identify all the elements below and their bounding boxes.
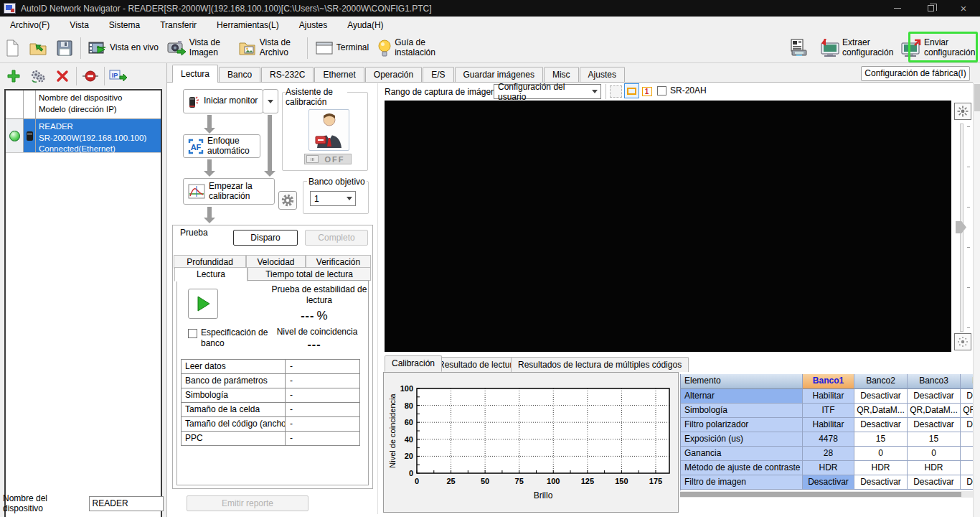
- complete-button[interactable]: Completo: [305, 230, 368, 246]
- cell[interactable]: 28: [803, 447, 854, 461]
- column-header-banco1[interactable]: Banco1: [803, 374, 854, 389]
- cell[interactable]: Habilitar: [803, 389, 854, 404]
- column-header-banco3[interactable]: Banco3: [908, 374, 961, 389]
- cell[interactable]: 0: [961, 447, 973, 461]
- cell[interactable]: Desactivar: [854, 418, 908, 432]
- bank-spec-checkbox[interactable]: [188, 329, 197, 338]
- tab-ethernet[interactable]: Ethernet: [314, 67, 364, 83]
- tab-lectura[interactable]: Lectura: [172, 65, 218, 83]
- cell[interactable]: HDR: [961, 461, 973, 475]
- live-image-area[interactable]: [385, 101, 951, 352]
- horizontal-scrollbar[interactable]: [680, 491, 973, 498]
- cell[interactable]: HDR: [803, 461, 854, 475]
- menu-item-vista[interactable]: Vista: [60, 17, 98, 33]
- target-bank-select[interactable]: 1: [310, 191, 356, 206]
- column-header-banco4[interactable]: Banco4: [961, 374, 973, 389]
- cell[interactable]: 15: [854, 432, 908, 447]
- restore-button[interactable]: [914, 0, 947, 17]
- vertical-scrollbar[interactable]: [973, 83, 980, 517]
- tab-tiempo-total[interactable]: Tiempo total de lectura: [248, 267, 371, 281]
- terminal-button[interactable]: Terminal: [311, 35, 373, 61]
- capture-full-range-button[interactable]: [610, 85, 622, 98]
- capture-range-select[interactable]: Configuración del usuario: [494, 84, 601, 99]
- tab-ajustes[interactable]: Ajustes: [580, 67, 625, 83]
- tab-resultados-multiples[interactable]: Resultados de lectura de múltiples códig…: [511, 357, 689, 372]
- scrollbar-thumb[interactable]: [974, 84, 980, 111]
- calibration-settings-button[interactable]: [278, 191, 297, 210]
- tab-lectura-test[interactable]: Lectura: [174, 267, 248, 281]
- minimize-button[interactable]: [881, 0, 914, 17]
- auto-config-button[interactable]: [26, 65, 50, 87]
- close-button[interactable]: ×: [947, 0, 980, 17]
- menu-item-ajustes[interactable]: Ajustes: [289, 17, 337, 33]
- autofocus-button[interactable]: AF Enfoque automático: [183, 134, 260, 158]
- scrollbar-thumb[interactable]: [680, 492, 961, 497]
- run-test-button[interactable]: [188, 289, 218, 319]
- cell[interactable]: 0: [854, 447, 908, 461]
- cell[interactable]: Desactivar: [908, 475, 961, 490]
- add-device-button[interactable]: [1, 65, 26, 87]
- send-config-button[interactable]: Enviar configuración: [895, 35, 977, 61]
- file-view-button[interactable]: Vista de Archivo: [234, 35, 304, 61]
- start-monitor-dropdown[interactable]: [263, 89, 278, 113]
- capture-numbered-range-button[interactable]: 1: [641, 85, 653, 98]
- sr20ah-checkbox[interactable]: [657, 86, 666, 96]
- cell[interactable]: Desactivar: [908, 389, 961, 404]
- cell[interactable]: QR,DataM...: [961, 404, 973, 418]
- cell[interactable]: Habilitar: [803, 418, 854, 432]
- assistant-off-toggle[interactable]: OFF: [304, 154, 352, 164]
- cell[interactable]: 15: [961, 432, 973, 447]
- save-button[interactable]: [52, 35, 77, 61]
- cell[interactable]: ITF: [803, 404, 854, 418]
- extract-config-button[interactable]: Extraer configuración: [814, 35, 895, 61]
- capture-custom-range-button[interactable]: [624, 83, 639, 98]
- brightness-high-button[interactable]: [954, 103, 971, 120]
- cell[interactable]: 15: [908, 432, 961, 447]
- emit-report-button[interactable]: Emitir reporte: [187, 495, 308, 511]
- trigger-button[interactable]: Disparo: [233, 230, 298, 246]
- column-header-banco2[interactable]: Banco2: [854, 374, 908, 389]
- cell[interactable]: HDR: [908, 461, 961, 475]
- cell[interactable]: Desactivar: [961, 389, 973, 404]
- row-label[interactable]: Alternar: [681, 389, 803, 404]
- report-print-button[interactable]: [785, 35, 814, 61]
- device-row[interactable]: READER SR-2000W(192.168.100.100) Connect…: [6, 119, 161, 153]
- disconnect-button[interactable]: [78, 65, 103, 87]
- start-calibration-button[interactable]: Empezar la calibración: [183, 178, 275, 205]
- menu-item-sistema[interactable]: Sistema: [99, 17, 150, 33]
- row-label[interactable]: Simbología: [681, 404, 803, 418]
- cell[interactable]: QR,DataM...: [854, 404, 908, 418]
- cell[interactable]: Desactivar: [961, 418, 973, 432]
- tab-es[interactable]: E/S: [423, 67, 453, 83]
- tab-misc[interactable]: Misc: [544, 67, 579, 83]
- tab-calibracion[interactable]: Calibración: [385, 355, 442, 372]
- open-file-button[interactable]: [24, 35, 52, 61]
- row-label[interactable]: Ganancia: [681, 447, 803, 461]
- assistant-wizard-button[interactable]: [308, 109, 349, 151]
- tab-rs232c[interactable]: RS-232C: [261, 67, 314, 83]
- row-label[interactable]: Filtro polarizador: [681, 418, 803, 432]
- brightness-low-button[interactable]: [954, 333, 971, 350]
- row-label[interactable]: Filtro de imagen: [681, 475, 803, 490]
- cell[interactable]: Desactivar: [961, 475, 973, 490]
- image-view-button[interactable]: Vista de Imagen: [163, 35, 234, 61]
- device-name-input[interactable]: READER: [89, 496, 164, 511]
- live-view-button[interactable]: Vista en vivo: [84, 35, 163, 61]
- start-monitor-button[interactable]: Iniciar monitor: [183, 89, 263, 113]
- factory-reset-button[interactable]: Configuración de fábrica(I): [861, 66, 970, 81]
- cell[interactable]: 4478: [803, 432, 854, 447]
- column-header-elemento[interactable]: Elemento: [681, 374, 803, 389]
- tab-guardar-imagenes[interactable]: Guardar imágenes: [455, 67, 543, 83]
- delete-device-button[interactable]: [50, 65, 75, 87]
- row-label[interactable]: Método de ajuste de contraste: [681, 461, 803, 475]
- cell[interactable]: Desactivar: [803, 475, 854, 490]
- cell[interactable]: QR,DataM...: [908, 404, 961, 418]
- new-file-button[interactable]: [0, 35, 24, 61]
- tab-banco[interactable]: Banco: [219, 67, 260, 83]
- row-label[interactable]: Exposición (us): [681, 432, 803, 447]
- cell[interactable]: Desactivar: [854, 389, 908, 404]
- menu-item-herramientas[interactable]: Herramientas(L): [207, 17, 289, 33]
- cell[interactable]: 0: [908, 447, 961, 461]
- menu-item-archivo[interactable]: Archivo(F): [0, 17, 60, 33]
- menu-item-ayuda[interactable]: Ayuda(H): [337, 17, 393, 33]
